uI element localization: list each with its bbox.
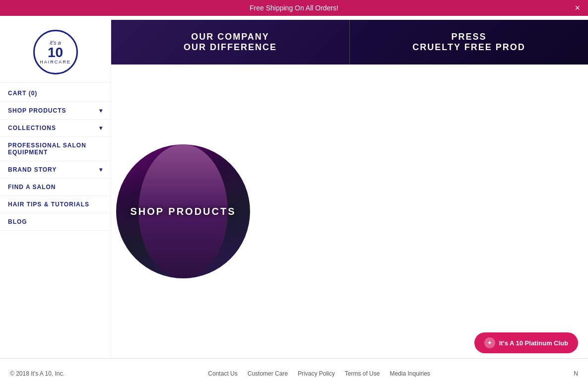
- footer: © 2018 It's A 10, Inc. Contact UsCustome…: [0, 358, 588, 388]
- sidebar-item-label-shop-products: SHOP PRODUCTS: [8, 107, 66, 114]
- footer-link-customer-care[interactable]: Customer Care: [248, 370, 288, 377]
- footer-link-terms-of-use[interactable]: Terms of Use: [345, 370, 380, 377]
- sidebar: it's a 10 haircare CART (0) SHOP PRODUCT…: [0, 20, 111, 388]
- sidebar-item-find-salon[interactable]: FIND A SALON: [0, 179, 111, 196]
- close-announcement-button[interactable]: ×: [575, 3, 580, 13]
- platinum-icon: ✦: [484, 337, 495, 348]
- sidebar-item-blog[interactable]: BLOG: [0, 213, 111, 231]
- shop-products-label: SHOP PRODUCTS: [130, 206, 236, 217]
- hero-company-label: OUR COMPANYOUR DIFFERENCE: [184, 32, 277, 53]
- sidebar-item-collections[interactable]: COLLECTIONS▾: [0, 120, 111, 137]
- logo[interactable]: it's a 10 haircare: [33, 30, 78, 74]
- sidebar-item-label-hair-tips: HAIR TIPS & TUTORIALS: [8, 201, 89, 208]
- sidebar-item-label-find-salon: FIND A SALON: [8, 184, 56, 191]
- sidebar-item-professional-salon[interactable]: PROFESSIONAL SALON EQUIPMENT: [0, 137, 111, 161]
- cart-link[interactable]: CART (0): [0, 83, 111, 102]
- sidebar-item-label-professional-salon: PROFESSIONAL SALON EQUIPMENT: [8, 142, 103, 156]
- platinum-club-label: It's A 10 Platinum Club: [499, 339, 568, 347]
- platinum-club-button[interactable]: ✦ It's A 10 Platinum Club: [474, 332, 578, 353]
- shop-products-circle[interactable]: SHOP PRODUCTS: [116, 144, 250, 278]
- hero-panel-press[interactable]: PRESSCRUELTY FREE PROD: [350, 20, 588, 65]
- scroll-indicator: N: [574, 370, 578, 377]
- nav-menu: SHOP PRODUCTS▾COLLECTIONS▾PROFESSIONAL S…: [0, 102, 111, 231]
- sidebar-item-label-brand-story: BRAND STORY: [8, 166, 57, 173]
- logo-ten: 10: [48, 46, 63, 60]
- sidebar-item-brand-story[interactable]: BRAND STORY▾: [0, 161, 111, 179]
- sidebar-item-label-blog: BLOG: [8, 218, 27, 225]
- sidebar-item-shop-products[interactable]: SHOP PRODUCTS▾: [0, 102, 111, 120]
- hero-strip: OUR COMPANYOUR DIFFERENCE PRESSCRUELTY F…: [111, 20, 588, 65]
- footer-link-media-inquiries[interactable]: Media Inquiries: [390, 370, 430, 377]
- announcement-text: Free Shipping On All Orders!: [250, 4, 338, 12]
- announcement-bar: Free Shipping On All Orders! ×: [0, 0, 588, 16]
- chevron-down-icon: ▾: [99, 107, 103, 114]
- sidebar-item-label-collections: COLLECTIONS: [8, 125, 56, 131]
- logo-area: it's a 10 haircare: [0, 20, 111, 83]
- logo-haircare: haircare: [40, 60, 71, 65]
- shop-products-area[interactable]: SHOP PRODUCTS: [111, 65, 255, 358]
- footer-link-contact-us[interactable]: Contact Us: [208, 370, 237, 377]
- sidebar-item-hair-tips[interactable]: HAIR TIPS & TUTORIALS: [0, 196, 111, 213]
- footer-link-privacy-policy[interactable]: Privacy Policy: [298, 370, 335, 377]
- copyright: © 2018 It's A 10, Inc.: [10, 370, 65, 377]
- hero-press-label: PRESSCRUELTY FREE PROD: [412, 32, 525, 53]
- hero-panel-company[interactable]: OUR COMPANYOUR DIFFERENCE: [111, 20, 350, 65]
- footer-links: Contact UsCustomer CarePrivacy PolicyTer…: [208, 370, 430, 377]
- chevron-down-icon: ▾: [99, 125, 103, 131]
- chevron-down-icon: ▾: [99, 166, 103, 173]
